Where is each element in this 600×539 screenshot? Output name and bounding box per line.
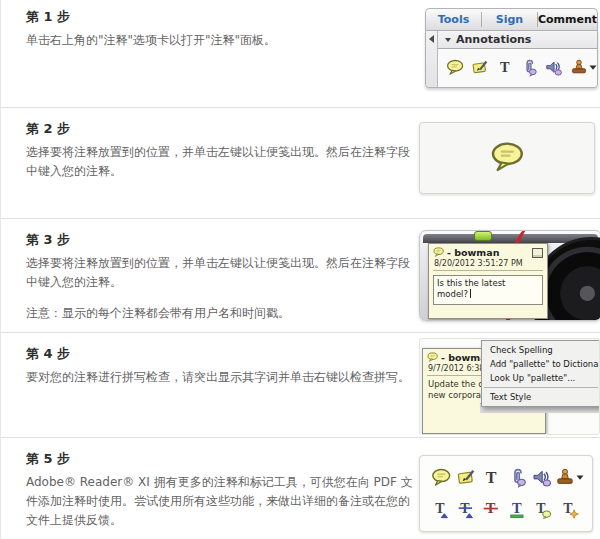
step-2-title: 第 2 步 [26,120,418,138]
annotation-tools-row [438,49,597,87]
step-4-text: 第 4 步 要对您的注释进行拼写检查，请突出显示其字词并单击右键以检查拼写。 [26,345,418,387]
highlight-text-icon[interactable] [471,59,489,77]
step-3-section: 第 3 步 选择要将注释放置到的位置，并单击左键以让便笺出现。然后在注释字段中键… [1,218,600,332]
step-5-section: 第 5 步 Adobe® Reader® XI 拥有更多的注释和标记工具，可供您… [1,437,600,539]
underline-text-icon[interactable] [507,499,527,519]
sticky-note-icon[interactable] [446,59,464,77]
sticky-note-icon [433,247,444,258]
sticky-note-popup[interactable]: - bowman 8/20/2012 3:51:27 PM Is this th… [428,243,548,319]
add-note-to-text-icon[interactable] [532,499,552,519]
add-text-comment-icon[interactable] [481,468,501,488]
tab-tools[interactable]: Tools [426,9,481,30]
strikethrough-text-icon[interactable] [481,499,501,519]
record-audio-icon[interactable] [545,59,563,77]
step-4-body: 要对您的注释进行拼写检查，请突出显示其字词并单击右键以检查拼写。 [26,368,418,387]
sticky-note-icon [490,141,524,175]
replace-text-icon[interactable] [456,499,476,519]
tab-comment[interactable]: Comment [538,9,597,30]
menu-item-text-style[interactable]: Text Style [482,390,600,404]
sticky-note-icon[interactable] [431,468,451,488]
attach-file-icon[interactable] [520,59,538,77]
add-stamp-button[interactable] [570,59,597,77]
step-5-text: 第 5 步 Adobe® Reader® XI 拥有更多的注释和标记工具，可供您… [26,450,418,530]
note-timestamp: 8/20/2012 3:51:27 PM [429,258,547,270]
note-divider [433,270,543,271]
step-1-text: 第 1 步 单击右上角的"注释"选项卡以打开"注释"面板。 [26,8,418,50]
step-4-title: 第 4 步 [26,345,418,363]
sticky-note-figure [419,122,595,194]
step-3-title: 第 3 步 [26,231,418,249]
sticky-note-icon [427,352,438,363]
note-options-icon[interactable] [532,248,543,258]
annotation-tools-figure [419,455,593,532]
step-2-text: 第 2 步 选择要将注释放置到的位置，并单击左键以让便笺出现。然后在注释字段中键… [26,120,418,181]
chevron-down-icon [445,38,451,42]
note-author: - bowman [447,247,499,258]
comment-panel: Annotations [425,30,598,88]
step-2-body: 选择要将注释放置到的位置，并单击左键以让便笺出现。然后在注释字段中键入您的注释。 [26,143,418,181]
menu-item-add-to-dictionary[interactable]: Add "pallette" to Dictionary [482,357,600,371]
tab-sign[interactable]: Sign [482,9,537,30]
note-header: - bowman [429,244,547,258]
attach-file-icon[interactable] [507,468,527,488]
add-stamp-icon [570,59,588,77]
annotations-label: Annotations [456,33,531,46]
step-1-section: 第 1 步 单击右上角的"注释"选项卡以打开"注释"面板。 Tools Sign… [1,0,600,107]
step-4-section: 第 4 步 要对您的注释进行拼写检查，请突出显示其字词并单击右键以检查拼写。 -… [1,332,600,437]
stamp-dropdown-icon [576,475,584,481]
record-audio-icon[interactable] [532,468,552,488]
step-3-body: 选择要将注释放置到的位置，并单击左键以让便笺出现。然后在注释字段中键入您的注释。 [26,254,418,292]
stamp-dropdown-icon [589,65,597,71]
add-stamp-button[interactable] [555,468,584,488]
annotations-panel: Annotations [438,31,597,87]
tutorial-page: 第 1 步 单击右上角的"注释"选项卡以打开"注释"面板。 Tools Sign… [0,0,600,539]
reader-tab-bar: Tools Sign Comment [425,8,598,30]
step-5-title: 第 5 步 [26,450,418,468]
spellcheck-figure: - bowman 9/7/2012 6:38:07 AM Update the … [419,338,600,435]
step-2-section: 第 2 步 选择要将注释放置到的位置，并单击左键以让便笺出现。然后在注释字段中键… [1,107,600,218]
add-text-comment-icon[interactable] [496,59,514,77]
add-stamp-icon [555,468,575,488]
note-text-input[interactable]: Is this the latest model? [433,275,543,305]
step-1-title: 第 1 步 [26,8,418,26]
menu-item-check-spelling[interactable]: Check Spelling [482,343,600,357]
context-menu: Check Spelling Add "pallette" to Diction… [481,340,600,407]
camera-photo-figure: - bowman 8/20/2012 3:51:27 PM Is this th… [419,230,600,321]
note-text: Is this the latest model? [437,278,505,299]
camera-bubble-level [474,231,492,241]
step-1-body: 单击右上角的"注释"选项卡以打开"注释"面板。 [26,31,418,50]
insert-text-icon[interactable] [431,499,451,519]
text-cursor [470,289,471,298]
text-correction-markup-icon[interactable] [559,499,579,519]
collapse-arrow-icon [429,35,434,43]
menu-separator [484,387,598,388]
menu-item-look-up[interactable]: Look Up "pallette"... [482,371,600,385]
panel-collapse-strip[interactable] [426,31,438,87]
annotations-section-header[interactable]: Annotations [438,31,597,49]
comment-panel-figure: Tools Sign Comment Annotations [425,8,598,88]
step-3-note: 注意：显示的每个注释都会带有用户名和时间戳。 [26,304,418,323]
highlight-text-icon[interactable] [456,468,476,488]
step-5-body: Adobe® Reader® XI 拥有更多的注释和标记工具，可供您在向 PDF… [26,473,418,530]
step-3-text: 第 3 步 选择要将注释放置到的位置，并单击左键以让便笺出现。然后在注释字段中键… [26,231,418,323]
